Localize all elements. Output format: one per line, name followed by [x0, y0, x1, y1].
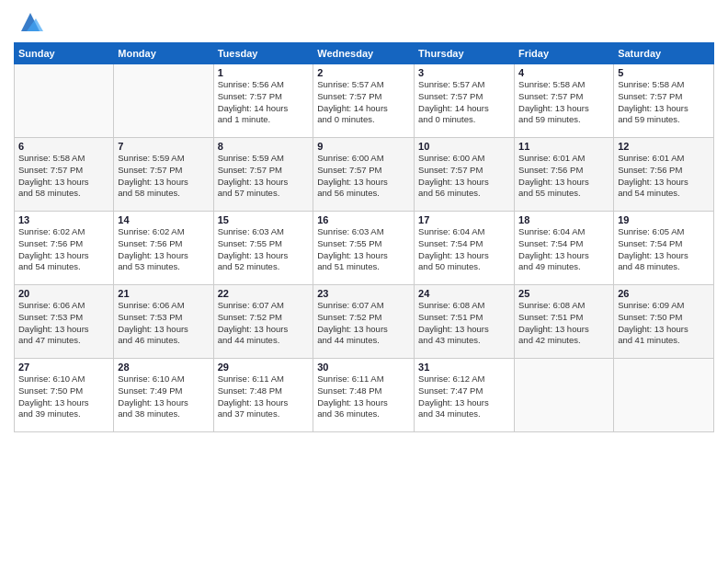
day-number: 23: [317, 288, 410, 299]
day-number: 18: [518, 214, 609, 225]
day-info: Sunrise: 6:08 AM Sunset: 7:51 PM Dayligh…: [518, 300, 609, 347]
day-number: 1: [218, 67, 310, 78]
day-number: 24: [418, 288, 510, 299]
day-info: Sunrise: 6:04 AM Sunset: 7:54 PM Dayligh…: [418, 226, 510, 273]
day-info: Sunrise: 6:00 AM Sunset: 7:57 PM Dayligh…: [317, 153, 410, 200]
day-info: Sunrise: 6:01 AM Sunset: 7:56 PM Dayligh…: [518, 153, 609, 200]
day-number: 28: [118, 362, 209, 373]
day-info: Sunrise: 6:03 AM Sunset: 7:55 PM Dayligh…: [317, 226, 410, 273]
day-info: Sunrise: 6:02 AM Sunset: 7:56 PM Dayligh…: [118, 226, 209, 273]
calendar-cell: 25Sunrise: 6:08 AM Sunset: 7:51 PM Dayli…: [515, 285, 614, 359]
calendar-cell: 31Sunrise: 6:12 AM Sunset: 7:47 PM Dayli…: [415, 359, 515, 432]
calendar-cell: [614, 359, 714, 432]
calendar-cell: [515, 359, 614, 432]
day-number: 30: [317, 362, 410, 373]
day-info: Sunrise: 6:02 AM Sunset: 7:56 PM Dayligh…: [18, 226, 109, 273]
calendar-cell: 8Sunrise: 5:59 AM Sunset: 7:57 PM Daylig…: [213, 138, 313, 212]
day-info: Sunrise: 6:06 AM Sunset: 7:53 PM Dayligh…: [118, 300, 209, 347]
calendar-header-sunday: Sunday: [15, 43, 114, 64]
calendar-cell: 12Sunrise: 6:01 AM Sunset: 7:56 PM Dayli…: [614, 138, 714, 212]
day-info: Sunrise: 6:07 AM Sunset: 7:52 PM Dayligh…: [317, 300, 410, 347]
day-info: Sunrise: 6:10 AM Sunset: 7:50 PM Dayligh…: [18, 373, 109, 420]
header: [14, 9, 714, 35]
day-number: 16: [317, 214, 410, 225]
day-number: 27: [18, 362, 109, 373]
calendar-cell: 1Sunrise: 5:56 AM Sunset: 7:57 PM Daylig…: [213, 64, 313, 138]
day-number: 22: [218, 288, 310, 299]
day-info: Sunrise: 5:59 AM Sunset: 7:57 PM Dayligh…: [118, 153, 209, 200]
calendar-cell: 4Sunrise: 5:58 AM Sunset: 7:57 PM Daylig…: [515, 64, 614, 138]
calendar-cell: 13Sunrise: 6:02 AM Sunset: 7:56 PM Dayli…: [15, 212, 114, 285]
day-number: 19: [618, 214, 710, 225]
day-number: 12: [618, 141, 710, 152]
calendar-cell: [15, 64, 114, 138]
day-info: Sunrise: 5:59 AM Sunset: 7:57 PM Dayligh…: [218, 153, 310, 200]
calendar-header-thursday: Thursday: [415, 43, 515, 64]
day-info: Sunrise: 6:03 AM Sunset: 7:55 PM Dayligh…: [218, 226, 310, 273]
calendar-header-saturday: Saturday: [614, 43, 714, 64]
calendar-cell: 21Sunrise: 6:06 AM Sunset: 7:53 PM Dayli…: [114, 285, 213, 359]
logo: [14, 9, 43, 35]
day-number: 14: [118, 214, 209, 225]
day-number: 6: [18, 141, 109, 152]
calendar-week-row: 27Sunrise: 6:10 AM Sunset: 7:50 PM Dayli…: [15, 359, 714, 432]
calendar-cell: 3Sunrise: 5:57 AM Sunset: 7:57 PM Daylig…: [415, 64, 515, 138]
calendar-cell: 24Sunrise: 6:08 AM Sunset: 7:51 PM Dayli…: [415, 285, 515, 359]
calendar-header-monday: Monday: [114, 43, 213, 64]
calendar-cell: [114, 64, 213, 138]
calendar-cell: 2Sunrise: 5:57 AM Sunset: 7:57 PM Daylig…: [313, 64, 415, 138]
day-info: Sunrise: 5:58 AM Sunset: 7:57 PM Dayligh…: [18, 153, 109, 200]
calendar-cell: 16Sunrise: 6:03 AM Sunset: 7:55 PM Dayli…: [313, 212, 415, 285]
day-info: Sunrise: 6:01 AM Sunset: 7:56 PM Dayligh…: [618, 153, 710, 200]
day-info: Sunrise: 5:58 AM Sunset: 7:57 PM Dayligh…: [518, 79, 609, 126]
calendar-cell: 15Sunrise: 6:03 AM Sunset: 7:55 PM Dayli…: [213, 212, 313, 285]
day-info: Sunrise: 6:00 AM Sunset: 7:57 PM Dayligh…: [418, 153, 510, 200]
day-info: Sunrise: 6:10 AM Sunset: 7:49 PM Dayligh…: [118, 373, 209, 420]
calendar-cell: 28Sunrise: 6:10 AM Sunset: 7:49 PM Dayli…: [114, 359, 213, 432]
day-number: 20: [18, 288, 109, 299]
day-number: 7: [118, 141, 209, 152]
day-number: 8: [218, 141, 310, 152]
day-number: 15: [218, 214, 310, 225]
day-info: Sunrise: 6:09 AM Sunset: 7:50 PM Dayligh…: [618, 300, 710, 347]
calendar-header-tuesday: Tuesday: [213, 43, 313, 64]
day-number: 10: [418, 141, 510, 152]
calendar-table: SundayMondayTuesdayWednesdayThursdayFrid…: [14, 42, 714, 432]
calendar-cell: 5Sunrise: 5:58 AM Sunset: 7:57 PM Daylig…: [614, 64, 714, 138]
day-number: 13: [18, 214, 109, 225]
page: SundayMondayTuesdayWednesdayThursdayFrid…: [0, 0, 728, 563]
calendar-cell: 19Sunrise: 6:05 AM Sunset: 7:54 PM Dayli…: [614, 212, 714, 285]
day-info: Sunrise: 6:11 AM Sunset: 7:48 PM Dayligh…: [218, 373, 310, 420]
calendar-cell: 29Sunrise: 6:11 AM Sunset: 7:48 PM Dayli…: [213, 359, 313, 432]
calendar-cell: 27Sunrise: 6:10 AM Sunset: 7:50 PM Dayli…: [15, 359, 114, 432]
day-info: Sunrise: 5:57 AM Sunset: 7:57 PM Dayligh…: [418, 79, 510, 126]
calendar-cell: 7Sunrise: 5:59 AM Sunset: 7:57 PM Daylig…: [114, 138, 213, 212]
logo-icon: [17, 9, 43, 35]
day-info: Sunrise: 6:04 AM Sunset: 7:54 PM Dayligh…: [518, 226, 609, 273]
calendar-cell: 26Sunrise: 6:09 AM Sunset: 7:50 PM Dayli…: [614, 285, 714, 359]
calendar-week-row: 6Sunrise: 5:58 AM Sunset: 7:57 PM Daylig…: [15, 138, 714, 212]
day-info: Sunrise: 5:56 AM Sunset: 7:57 PM Dayligh…: [218, 79, 310, 126]
day-number: 25: [518, 288, 609, 299]
day-number: 17: [418, 214, 510, 225]
day-info: Sunrise: 5:58 AM Sunset: 7:57 PM Dayligh…: [618, 79, 710, 126]
day-number: 26: [618, 288, 710, 299]
calendar-cell: 9Sunrise: 6:00 AM Sunset: 7:57 PM Daylig…: [313, 138, 415, 212]
day-number: 29: [218, 362, 310, 373]
day-number: 21: [118, 288, 209, 299]
day-info: Sunrise: 5:57 AM Sunset: 7:57 PM Dayligh…: [317, 79, 410, 126]
calendar-cell: 18Sunrise: 6:04 AM Sunset: 7:54 PM Dayli…: [515, 212, 614, 285]
day-info: Sunrise: 6:06 AM Sunset: 7:53 PM Dayligh…: [18, 300, 109, 347]
calendar-cell: 22Sunrise: 6:07 AM Sunset: 7:52 PM Dayli…: [213, 285, 313, 359]
day-number: 31: [418, 362, 510, 373]
calendar-cell: 17Sunrise: 6:04 AM Sunset: 7:54 PM Dayli…: [415, 212, 515, 285]
day-info: Sunrise: 6:12 AM Sunset: 7:47 PM Dayligh…: [418, 373, 510, 420]
day-info: Sunrise: 6:07 AM Sunset: 7:52 PM Dayligh…: [218, 300, 310, 347]
calendar-week-row: 1Sunrise: 5:56 AM Sunset: 7:57 PM Daylig…: [15, 64, 714, 138]
calendar-cell: 20Sunrise: 6:06 AM Sunset: 7:53 PM Dayli…: [15, 285, 114, 359]
calendar-week-row: 20Sunrise: 6:06 AM Sunset: 7:53 PM Dayli…: [15, 285, 714, 359]
day-number: 11: [518, 141, 609, 152]
calendar-cell: 10Sunrise: 6:00 AM Sunset: 7:57 PM Dayli…: [415, 138, 515, 212]
day-info: Sunrise: 6:11 AM Sunset: 7:48 PM Dayligh…: [317, 373, 410, 420]
calendar-header-friday: Friday: [515, 43, 614, 64]
